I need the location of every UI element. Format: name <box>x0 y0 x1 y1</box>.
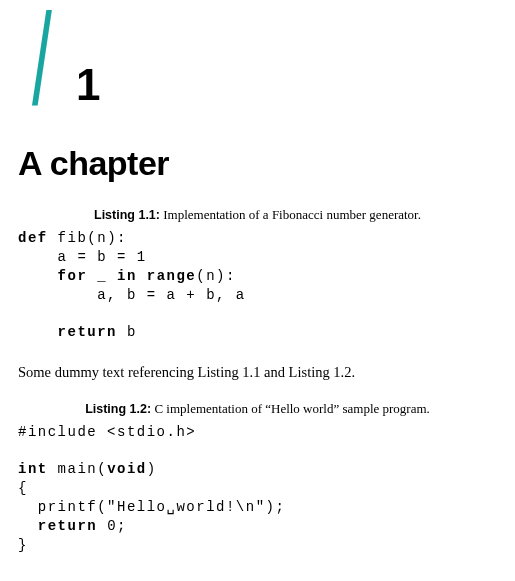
chapter-slash-accent: / <box>32 0 52 124</box>
listing-2-caption: Listing 1.2: C implementation of “Hello … <box>18 401 497 417</box>
chapter-number: 1 <box>76 60 99 110</box>
body-paragraph: Some dummy text referencing Listing 1.1 … <box>18 362 497 382</box>
listing-2-caption-text: C implementation of “Hello world” sample… <box>154 401 429 416</box>
chapter-title: A chapter <box>18 144 497 183</box>
listing-1-code: def fib(n): a = b = 1 for _ in range(n):… <box>18 229 497 342</box>
listing-1-label: Listing 1.1: <box>94 208 160 222</box>
listing-2-label: Listing 1.2: <box>85 402 151 416</box>
listing-1-caption-text: Implementation of a Fibonacci number gen… <box>163 207 421 222</box>
chapter-header: / 1 <box>18 0 497 140</box>
listing-2-code: #include <stdio.h> int main(void) { prin… <box>18 423 497 555</box>
listing-1-caption: Listing 1.1: Implementation of a Fibonac… <box>18 207 497 223</box>
